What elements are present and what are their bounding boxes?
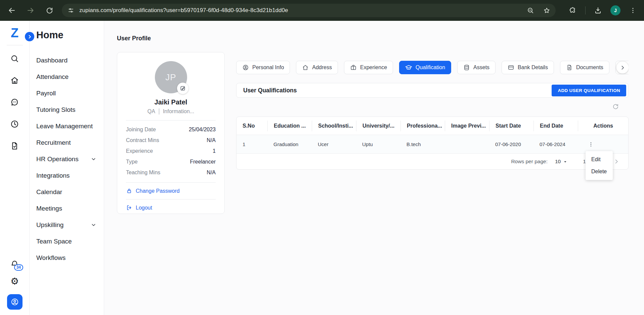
tab-documents[interactable]: Documents — [560, 61, 609, 74]
page-title: User Profile — [117, 35, 151, 42]
briefcase-icon — [350, 64, 357, 71]
icon-rail: Z 34 ⚙ — [0, 21, 30, 315]
database-icon — [463, 64, 470, 71]
bank-card-icon — [508, 64, 514, 71]
browser-toolbar: zupians.com/profile/qualifications?user=… — [0, 0, 644, 21]
role-divider — [159, 108, 159, 115]
profile-name: Jaiki Patel — [117, 98, 224, 106]
sidebar-item-recruitment[interactable]: Recruitment — [36, 134, 104, 151]
table-row: 1 Graduation Ucer Uptu B.tech 07-06-2020… — [237, 135, 628, 153]
clock-icon[interactable] — [10, 120, 19, 129]
sidebar-item-leave-management[interactable]: Leave Management — [36, 118, 104, 134]
tab-qualification[interactable]: Qualification — [399, 61, 451, 74]
section-title: User Qualifications — [243, 87, 297, 94]
field-joining-date: Joining Date 25/04/2023 — [126, 127, 216, 133]
reload-icon[interactable] — [44, 5, 55, 16]
column-header: Actions — [578, 121, 628, 131]
browser-profile-avatar[interactable]: J — [610, 5, 620, 15]
add-user-qualification-button[interactable]: ADD USER QUALIFICATION — [552, 85, 626, 96]
bookmark-star-icon[interactable] — [541, 5, 552, 16]
chat-icon[interactable] — [10, 98, 19, 107]
row-actions-context-menu: Edit Delete — [586, 151, 613, 180]
toolbar-divider — [585, 6, 586, 14]
sidebar-item-meetings[interactable]: Meetings — [36, 200, 104, 217]
field-teaching-mins: Teaching Mins N/A — [126, 170, 216, 176]
column-header: End Date — [533, 121, 578, 131]
url-text[interactable]: zupians.com/profile/qualifications?user=… — [79, 7, 525, 14]
sidebar-item-hr-operations[interactable]: HR Operations — [36, 151, 104, 167]
sidebar-item-workflows[interactable]: Workflows — [36, 250, 104, 266]
sidebar-item-dashboard[interactable]: Dashboard — [36, 52, 104, 69]
column-header: Education ... — [267, 121, 312, 131]
forward-icon[interactable] — [25, 5, 36, 16]
column-header: Start Date — [489, 121, 533, 131]
refresh-icon[interactable] — [612, 103, 619, 110]
profile-department: Information... — [163, 108, 194, 115]
next-page-icon[interactable] — [613, 159, 619, 165]
notification-count-badge: 34 — [14, 264, 23, 271]
lock-icon — [126, 188, 132, 194]
home-icon[interactable] — [10, 76, 19, 85]
rail-divider — [7, 45, 23, 45]
document-icon — [566, 64, 573, 71]
change-password-link[interactable]: Change Password — [117, 183, 224, 199]
browser-menu-icon[interactable] — [627, 5, 639, 16]
back-icon[interactable] — [6, 5, 17, 16]
sidebar-item-payroll[interactable]: Payroll — [36, 85, 104, 101]
menu-item-edit[interactable]: Edit — [586, 153, 613, 166]
app-logo[interactable]: Z — [11, 26, 18, 41]
tab-experience[interactable]: Experience — [344, 61, 393, 74]
logout-link[interactable]: Logout — [117, 199, 224, 216]
nav-menu: Home Dashboard Attendance Payroll Tutori… — [30, 21, 104, 315]
field-contract-mins: Contract Mins N/A — [126, 137, 216, 143]
zoom-out-icon[interactable] — [525, 5, 536, 16]
field-experience: Experience 1 — [126, 148, 216, 154]
chevron-down-icon — [91, 222, 96, 228]
profile-card: JP Jaiki Patel QA Information... Joining… — [117, 52, 225, 214]
search-icon[interactable] — [10, 54, 19, 63]
sidebar-collapse-toggle[interactable] — [25, 32, 34, 41]
downloads-icon[interactable] — [592, 5, 604, 16]
nav-title: Home — [36, 30, 104, 41]
sidebar-item-attendance[interactable]: Attendance — [36, 69, 104, 85]
rows-per-page-select[interactable]: 10 — [555, 159, 567, 165]
sidebar-item-calendar[interactable]: Calendar — [36, 184, 104, 200]
tab-bank-details[interactable]: Bank Details — [502, 61, 554, 74]
table-header-row: S.No Education ... School/Insti... Unive… — [237, 117, 628, 135]
tab-address[interactable]: Address — [296, 61, 338, 74]
column-header: School/Insti... — [312, 121, 356, 131]
address-bar[interactable]: zupians.com/profile/qualifications?user=… — [62, 4, 556, 17]
profile-icon[interactable] — [7, 294, 23, 310]
extensions-icon[interactable] — [567, 5, 578, 16]
chevron-down-icon — [91, 156, 96, 162]
profile-role: QA — [147, 108, 155, 115]
rows-per-page-label: Rows per page: — [511, 159, 548, 165]
tab-personal-info[interactable]: Personal Info — [236, 61, 290, 74]
sidebar-item-integrations[interactable]: Integrations — [36, 167, 104, 184]
table-pagination: Rows per page: 10 1–1 o — [237, 153, 628, 169]
profile-tabs: Personal Info Address Experience Qualifi… — [236, 61, 629, 74]
section-header: User Qualifications ADD USER QUALIFICATI… — [236, 83, 629, 98]
menu-item-delete[interactable]: Delete — [586, 166, 613, 178]
logout-icon — [126, 205, 132, 211]
graduation-cap-icon — [405, 64, 412, 71]
sidebar-item-upskilling[interactable]: Upskilling — [36, 217, 104, 233]
tasks-icon[interactable] — [10, 141, 19, 150]
notifications-bell-icon[interactable]: 34 — [10, 260, 19, 269]
caret-down-icon — [563, 160, 567, 164]
settings-gear-icon[interactable]: ⚙ — [10, 277, 19, 286]
row-actions-menu-icon[interactable] — [578, 141, 628, 147]
site-settings-icon[interactable] — [67, 6, 75, 15]
person-icon — [242, 64, 249, 71]
column-header: S.No — [237, 121, 267, 131]
qualification-panel: Personal Info Address Experience Qualifi… — [236, 61, 629, 170]
edit-avatar-icon[interactable] — [177, 83, 188, 94]
qualifications-table: S.No Education ... School/Insti... Unive… — [236, 117, 629, 170]
column-header: Professiona... — [400, 121, 445, 131]
tab-assets[interactable]: Assets — [457, 61, 496, 74]
field-type: Type Freelancer — [126, 159, 216, 165]
sidebar-item-team-space[interactable]: Team Space — [36, 233, 104, 250]
tabs-scroll-right-button[interactable] — [616, 61, 629, 74]
main-content: User Profile JP Jaiki Patel QA Informati… — [104, 21, 644, 315]
sidebar-item-tutoring-slots[interactable]: Tutoring Slots — [36, 101, 104, 118]
